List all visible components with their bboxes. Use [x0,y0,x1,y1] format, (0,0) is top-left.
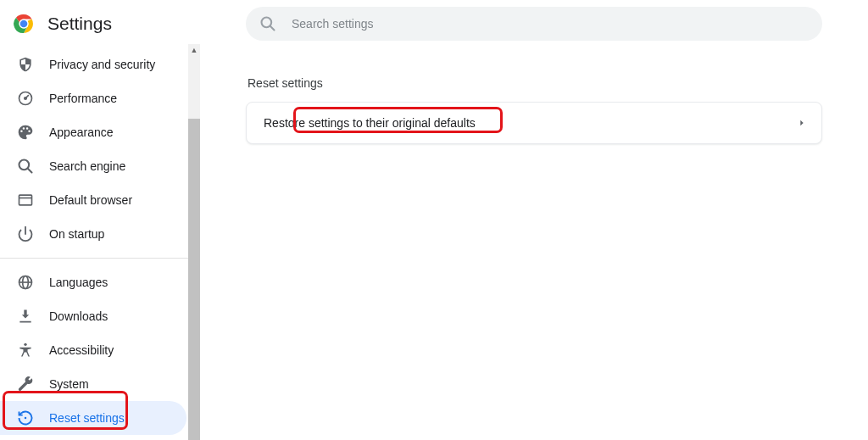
search-placeholder: Search settings [292,17,374,31]
svg-line-16 [270,26,275,31]
sidebar-item-on-startup[interactable]: On startup [0,217,186,251]
restore-defaults-label: Restore settings to their original defau… [264,116,476,130]
svg-point-4 [25,97,27,100]
sidebar-item-label: On startup [49,227,104,241]
sidebar-item-default-browser[interactable]: Default browser [0,183,186,217]
power-icon [17,226,34,242]
sidebar-item-label: Privacy and security [49,58,155,71]
sidebar-item-label: System [49,377,89,391]
sidebar-item-appearance[interactable]: Appearance [0,115,186,149]
sidebar-item-search-engine[interactable]: Search engine [0,149,186,183]
search-input[interactable]: Search settings [246,7,822,41]
speedometer-icon [17,90,34,107]
reset-icon [17,409,34,426]
search-icon [259,15,276,32]
section-title: Reset settings [246,76,822,90]
shield-icon [17,56,34,73]
sidebar-item-label: Accessibility [49,343,114,357]
svg-line-6 [28,169,32,173]
chevron-right-icon [798,119,806,127]
search-icon [17,158,34,175]
scrollbar-thumb[interactable] [188,119,200,440]
reset-settings-section: Reset settings Restore settings to their… [246,76,822,144]
globe-icon [17,274,34,291]
sidebar-item-performance[interactable]: Performance [0,81,186,115]
sidebar-item-label: Languages [49,276,108,289]
sidebar-item-reset-settings[interactable]: Reset settings [0,401,186,435]
restore-defaults-row[interactable]: Restore settings to their original defau… [247,103,821,143]
sidebar-item-label: Reset settings [49,411,125,425]
main-content: Search settings Reset settings Restore s… [200,0,868,440]
sidebar-item-accessibility[interactable]: Accessibility [0,333,186,367]
sidebar-item-languages[interactable]: Languages [0,265,186,299]
wrench-icon [17,376,34,393]
svg-point-2 [20,20,28,28]
accessibility-icon [17,342,34,359]
browser-icon [17,192,34,209]
scroll-up-arrow-icon[interactable]: ▲ [188,44,200,56]
sidebar-item-label: Downloads [49,309,108,323]
page-title: Settings [47,14,112,34]
svg-point-13 [24,343,26,346]
sidebar-divider [0,258,188,259]
sidebar: Settings Privacy and security Performanc… [0,0,200,440]
sidebar-item-privacy-and-security[interactable]: Privacy and security [0,47,186,81]
sidebar-item-label: Search engine [49,159,125,173]
palette-icon [17,124,34,141]
download-icon [17,308,34,325]
sidebar-item-downloads[interactable]: Downloads [0,299,186,333]
sidebar-item-label: Performance [49,92,117,105]
sidebar-item-system[interactable]: System [0,367,186,401]
svg-rect-7 [19,195,32,205]
settings-card: Restore settings to their original defau… [246,102,822,144]
sidebar-header: Settings [0,0,200,47]
svg-point-14 [25,417,27,420]
sidebar-item-label: Default browser [49,193,132,207]
sidebar-item-label: Appearance [49,125,114,139]
sidebar-scrollbar[interactable]: ▲ [188,44,200,434]
chrome-logo-icon [14,14,34,34]
